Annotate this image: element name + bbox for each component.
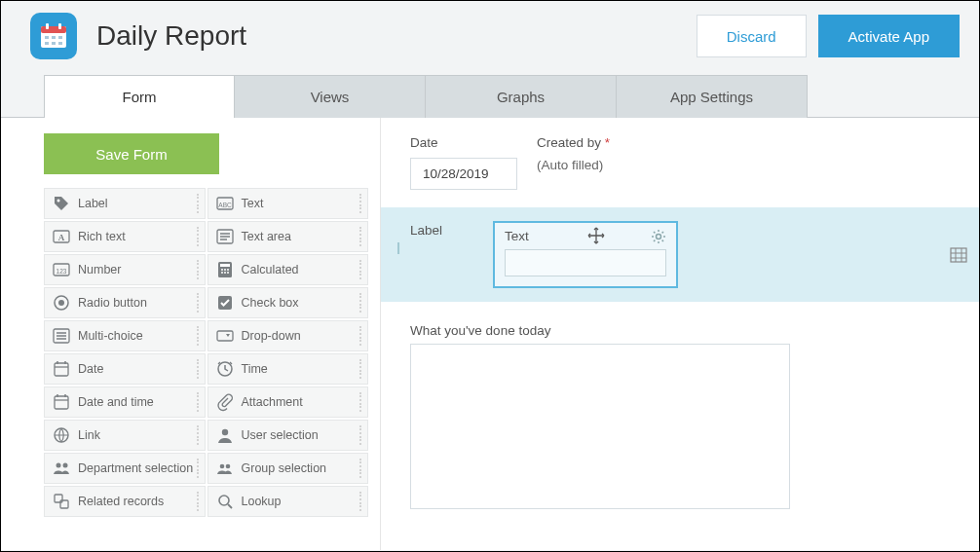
app-title: Daily Report [96,20,685,52]
clock-icon [214,358,236,380]
field-item-drop-down[interactable]: Drop-down [207,320,369,351]
field-label: Radio button [78,296,147,310]
field-item-multi-choice[interactable]: Multi-choice [44,320,206,351]
table-icon[interactable] [950,246,967,264]
done-today-textarea[interactable] [410,344,790,509]
svg-rect-33 [55,396,68,409]
field-item-date-and-time[interactable]: Date and time [44,386,206,418]
selected-text-field[interactable]: Text [493,221,678,288]
A-icon: A [51,226,72,247]
svg-rect-30 [217,331,233,341]
text-field-input[interactable] [505,249,666,276]
svg-point-10 [57,200,60,202]
field-item-text-area[interactable]: Text area [207,221,369,252]
app-header: Daily Report Discard Activate App [1,1,979,75]
cal-icon [51,358,72,380]
field-item-attachment[interactable]: Attachment [207,386,369,418]
drag-grip-icon [193,358,203,380]
field-item-check-box[interactable]: Check box [207,287,369,318]
svg-point-23 [221,272,223,274]
list-icon [51,325,72,347]
svg-point-27 [58,300,64,306]
svg-point-39 [225,464,230,469]
svg-point-37 [63,463,68,468]
tab-form[interactable]: Form [44,75,235,118]
svg-rect-40 [55,495,62,502]
svg-point-22 [227,269,229,271]
clip-icon [214,391,236,413]
field-label: Check box [242,296,299,310]
drag-grip-icon [193,458,203,479]
svg-text:123: 123 [57,268,67,275]
svg-rect-19 [220,264,230,267]
svg-point-35 [221,429,227,435]
done-today-label: What you've done today [410,323,969,338]
date-input[interactable] [410,158,517,190]
drag-grip-icon [356,193,365,214]
selected-text-label: Text [505,229,666,243]
cal-icon [51,391,72,413]
tab-views[interactable]: Views [235,75,426,118]
globe-icon [51,424,72,446]
svg-rect-44 [951,248,966,262]
tab-graphs[interactable]: Graphs [426,75,617,118]
save-form-button[interactable]: Save Form [44,133,219,174]
drag-grip-icon [193,226,203,247]
svg-text:ABC: ABC [218,202,232,208]
related-icon [51,491,72,512]
svg-text:A: A [58,233,65,242]
svg-point-20 [221,269,223,271]
drag-grip-icon [193,259,203,280]
dept-icon [51,458,72,479]
svg-point-24 [224,272,226,274]
tag-icon [51,193,72,214]
field-item-related-records[interactable]: Related records [44,486,206,517]
field-item-number[interactable]: 123Number [44,254,206,285]
drag-grip-icon [193,424,203,446]
field-item-user-selection[interactable]: User selection [207,420,369,451]
svg-point-38 [219,464,224,469]
field-item-date[interactable]: Date [44,353,206,385]
radio-icon [51,292,72,313]
drag-grip-icon [356,391,365,413]
svg-rect-5 [52,36,56,39]
lines-icon [214,226,236,247]
field-label: Date and time [78,395,154,409]
svg-rect-41 [60,500,68,508]
field-item-label[interactable]: Label [44,188,206,219]
selected-label-field[interactable]: Label [410,221,493,238]
field-label: Text area [242,230,291,243]
date-label: Date [410,135,517,150]
field-item-link[interactable]: Link [44,420,206,451]
field-item-text[interactable]: ABCText [207,188,369,219]
activate-button[interactable]: Activate App [818,15,960,57]
field-label: Rich text [78,230,126,243]
field-item-time[interactable]: Time [207,353,369,385]
svg-point-36 [57,463,61,468]
selected-field-row[interactable]: || Label Text [381,207,979,302]
calendar-icon [38,20,69,52]
discard-button[interactable]: Discard [697,15,807,57]
field-label: Attachment [242,395,303,409]
app-icon [30,13,77,59]
svg-point-42 [219,496,229,505]
field-item-lookup[interactable]: Lookup [207,486,369,517]
field-label: Link [78,428,100,442]
field-item-calculated[interactable]: Calculated [207,254,369,285]
gear-icon[interactable] [651,229,666,244]
drag-grip-icon [356,458,365,479]
svg-rect-7 [45,42,49,45]
field-item-radio-button[interactable]: Radio button [44,287,206,318]
check-icon [214,292,236,313]
tab-app-settings[interactable]: App Settings [617,75,808,118]
field-item-rich-text[interactable]: ARich text [44,221,206,252]
field-item-group-selection[interactable]: Group selection [207,453,369,484]
row-drag-handle[interactable]: || [391,221,404,254]
lookup-icon [214,491,236,512]
field-item-department-selection[interactable]: Department selection [44,453,206,484]
svg-rect-4 [45,36,49,39]
field-label: Related records [78,495,164,508]
field-label: Number [78,263,121,276]
content: Save Form LabelABCTextARich textText are… [1,117,979,550]
created-by-field: Created by * (Auto filled) [537,135,610,190]
